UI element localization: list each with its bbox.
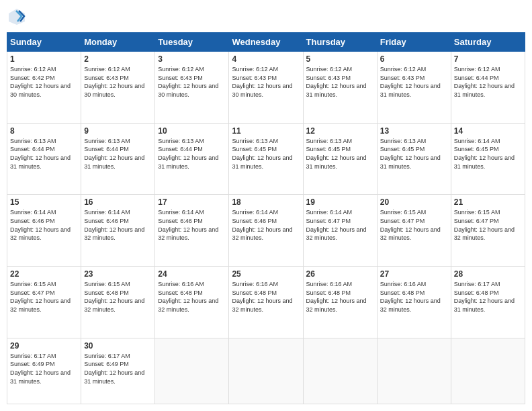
day-info: Sunrise: 6:16 AMSunset: 6:48 PMDaylight:…	[380, 280, 448, 314]
daylight-label: Daylight: 12 hours and 30 minutes.	[84, 83, 144, 98]
header	[7, 7, 525, 27]
day-info: Sunrise: 6:16 AMSunset: 6:48 PMDaylight:…	[306, 280, 374, 314]
day-number: 30	[84, 341, 152, 351]
day-number: 27	[380, 269, 448, 279]
calendar-week-row: 29Sunrise: 6:17 AMSunset: 6:49 PMDayligh…	[7, 338, 525, 404]
daylight-label: Daylight: 12 hours and 31 minutes.	[454, 298, 515, 313]
col-monday: Monday	[81, 33, 155, 52]
day-info: Sunrise: 6:17 AMSunset: 6:48 PMDaylight:…	[454, 280, 522, 314]
day-info: Sunrise: 6:12 AMSunset: 6:43 PMDaylight:…	[84, 65, 152, 99]
day-number: 11	[232, 126, 300, 136]
table-row: 3Sunrise: 6:12 AMSunset: 6:43 PMDaylight…	[155, 52, 229, 124]
calendar-week-row: 8Sunrise: 6:13 AMSunset: 6:44 PMDaylight…	[7, 123, 525, 195]
table-row: 30Sunrise: 6:17 AMSunset: 6:49 PMDayligh…	[81, 338, 155, 404]
sunrise-label: Sunrise: 6:13 AM	[158, 138, 204, 144]
sunrise-label: Sunrise: 6:13 AM	[380, 138, 427, 144]
sunset-label: Sunset: 6:42 PM	[10, 75, 55, 81]
day-info: Sunrise: 6:12 AMSunset: 6:44 PMDaylight:…	[454, 65, 522, 99]
sunset-label: Sunset: 6:48 PM	[84, 289, 129, 296]
sunset-label: Sunset: 6:49 PM	[10, 361, 55, 367]
sunset-label: Sunset: 6:43 PM	[380, 75, 425, 81]
daylight-label: Daylight: 12 hours and 32 minutes.	[10, 298, 71, 313]
daylight-label: Daylight: 12 hours and 32 minutes.	[10, 226, 71, 242]
sunrise-label: Sunrise: 6:13 AM	[10, 138, 56, 144]
daylight-label: Daylight: 12 hours and 32 minutes.	[306, 298, 367, 313]
col-saturday: Saturday	[451, 33, 525, 52]
table-row: 23Sunrise: 6:15 AMSunset: 6:48 PMDayligh…	[81, 267, 155, 338]
sunrise-label: Sunrise: 6:15 AM	[380, 209, 427, 216]
sunset-label: Sunset: 6:47 PM	[306, 218, 351, 224]
day-number: 28	[454, 269, 522, 279]
sunrise-label: Sunrise: 6:16 AM	[232, 281, 278, 287]
sunset-label: Sunset: 6:48 PM	[306, 289, 351, 296]
table-row: 2Sunrise: 6:12 AMSunset: 6:43 PMDaylight…	[81, 52, 155, 124]
day-info: Sunrise: 6:13 AMSunset: 6:45 PMDaylight:…	[232, 137, 300, 171]
day-info: Sunrise: 6:15 AMSunset: 6:47 PMDaylight:…	[454, 208, 522, 242]
sunrise-label: Sunrise: 6:13 AM	[84, 138, 130, 144]
daylight-label: Daylight: 12 hours and 31 minutes.	[380, 154, 441, 170]
sunset-label: Sunset: 6:46 PM	[158, 218, 203, 224]
table-row: 6Sunrise: 6:12 AMSunset: 6:43 PMDaylight…	[377, 52, 451, 124]
sunset-label: Sunset: 6:45 PM	[232, 146, 277, 152]
daylight-label: Daylight: 12 hours and 31 minutes.	[84, 369, 144, 385]
table-row: 29Sunrise: 6:17 AMSunset: 6:49 PMDayligh…	[7, 338, 81, 404]
day-number: 22	[10, 269, 78, 279]
sunset-label: Sunset: 6:46 PM	[84, 218, 129, 224]
col-sunday: Sunday	[7, 33, 81, 52]
sunrise-label: Sunrise: 6:14 AM	[454, 138, 500, 144]
sunrise-label: Sunrise: 6:12 AM	[84, 66, 130, 73]
daylight-label: Daylight: 12 hours and 31 minutes.	[10, 369, 71, 385]
sunrise-label: Sunrise: 6:17 AM	[84, 353, 130, 359]
day-info: Sunrise: 6:14 AMSunset: 6:46 PMDaylight:…	[232, 208, 300, 242]
sunset-label: Sunset: 6:48 PM	[158, 289, 203, 296]
col-thursday: Thursday	[303, 33, 377, 52]
daylight-label: Daylight: 12 hours and 32 minutes.	[84, 226, 144, 242]
sunrise-label: Sunrise: 6:15 AM	[84, 281, 130, 287]
table-row: 14Sunrise: 6:14 AMSunset: 6:45 PMDayligh…	[451, 123, 525, 195]
day-info: Sunrise: 6:12 AMSunset: 6:43 PMDaylight:…	[306, 65, 374, 99]
table-row: 7Sunrise: 6:12 AMSunset: 6:44 PMDaylight…	[451, 52, 525, 124]
table-row	[377, 338, 451, 404]
sunset-label: Sunset: 6:44 PM	[10, 146, 55, 152]
sunset-label: Sunset: 6:44 PM	[454, 75, 499, 81]
day-number: 1	[10, 54, 78, 64]
table-row: 22Sunrise: 6:15 AMSunset: 6:47 PMDayligh…	[7, 267, 81, 338]
col-wednesday: Wednesday	[229, 33, 303, 52]
day-number: 10	[158, 126, 226, 136]
sunrise-label: Sunrise: 6:12 AM	[380, 66, 427, 73]
day-number: 12	[306, 126, 374, 136]
sunset-label: Sunset: 6:47 PM	[380, 218, 425, 224]
sunrise-label: Sunrise: 6:13 AM	[232, 138, 278, 144]
day-info: Sunrise: 6:13 AMSunset: 6:44 PMDaylight:…	[158, 137, 226, 171]
table-row: 15Sunrise: 6:14 AMSunset: 6:46 PMDayligh…	[7, 195, 81, 267]
day-info: Sunrise: 6:14 AMSunset: 6:46 PMDaylight:…	[84, 208, 152, 242]
daylight-label: Daylight: 12 hours and 31 minutes.	[380, 83, 441, 98]
logo	[7, 7, 30, 27]
daylight-label: Daylight: 12 hours and 32 minutes.	[380, 226, 441, 242]
day-info: Sunrise: 6:17 AMSunset: 6:49 PMDaylight:…	[84, 352, 152, 385]
day-number: 13	[380, 126, 448, 136]
table-row: 26Sunrise: 6:16 AMSunset: 6:48 PMDayligh…	[303, 267, 377, 338]
table-row: 18Sunrise: 6:14 AMSunset: 6:46 PMDayligh…	[229, 195, 303, 267]
sunset-label: Sunset: 6:46 PM	[232, 218, 277, 224]
day-number: 16	[84, 197, 152, 207]
sunset-label: Sunset: 6:47 PM	[10, 289, 55, 296]
sunrise-label: Sunrise: 6:14 AM	[10, 209, 56, 216]
table-row: 1Sunrise: 6:12 AMSunset: 6:42 PMDaylight…	[7, 52, 81, 124]
calendar-week-row: 15Sunrise: 6:14 AMSunset: 6:46 PMDayligh…	[7, 195, 525, 267]
table-row	[155, 338, 229, 404]
sunrise-label: Sunrise: 6:15 AM	[10, 281, 56, 287]
day-info: Sunrise: 6:12 AMSunset: 6:43 PMDaylight:…	[380, 65, 448, 99]
day-info: Sunrise: 6:13 AMSunset: 6:44 PMDaylight:…	[84, 137, 152, 171]
sunset-label: Sunset: 6:45 PM	[306, 146, 351, 152]
day-info: Sunrise: 6:14 AMSunset: 6:46 PMDaylight:…	[10, 208, 78, 242]
day-number: 3	[158, 54, 226, 64]
daylight-label: Daylight: 12 hours and 31 minutes.	[306, 154, 367, 170]
table-row: 11Sunrise: 6:13 AMSunset: 6:45 PMDayligh…	[229, 123, 303, 195]
day-number: 19	[306, 197, 374, 207]
day-info: Sunrise: 6:13 AMSunset: 6:45 PMDaylight:…	[380, 137, 448, 171]
day-info: Sunrise: 6:12 AMSunset: 6:42 PMDaylight:…	[10, 65, 78, 99]
day-info: Sunrise: 6:17 AMSunset: 6:49 PMDaylight:…	[10, 352, 78, 385]
daylight-label: Daylight: 12 hours and 30 minutes.	[10, 83, 71, 98]
daylight-label: Daylight: 12 hours and 32 minutes.	[306, 226, 367, 242]
